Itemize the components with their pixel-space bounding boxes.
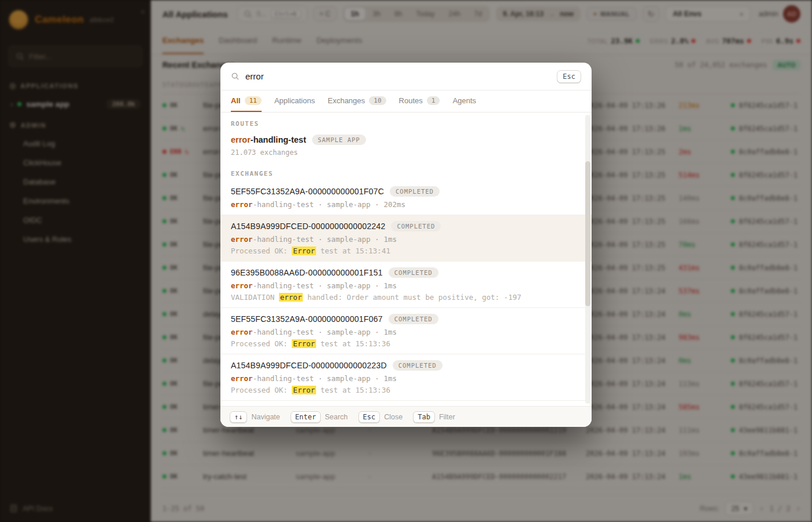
exchange-result-item[interactable]: 5EF55FC31352A9A-000000000001F07C COMPLET…	[220, 180, 592, 215]
exchange-message: Processed OK: Error test at 15:13:36	[231, 339, 581, 348]
app-badge: SAMPLE APP	[312, 135, 366, 145]
exchange-message: VALIDATION error handled: Order amount m…	[231, 293, 581, 302]
highlight-match: Error	[292, 386, 316, 394]
highlight-match: error	[279, 293, 303, 302]
exchange-meta: error-handling-test · sample-app · 1ms	[231, 374, 581, 383]
exchange-message: Processed OK: Error test at 15:13:36	[231, 386, 581, 394]
keyboard-hint: Esc Close	[358, 411, 403, 423]
exchange-id: 96E395B0088AA6D-000000000001F151	[231, 268, 383, 277]
modal-tab[interactable]: Exchanges 10	[328, 90, 386, 112]
modal-footer: ↑↓ Navigate Enter Search Esc Close Tab F…	[220, 406, 592, 427]
key-badge: Enter	[291, 411, 321, 423]
modal-search-row: error Esc	[220, 63, 592, 90]
key-badge: Esc	[358, 411, 380, 423]
route-meta: 21.073 exchanges	[231, 148, 581, 157]
exchanges-section-header: EXCHANGES	[220, 162, 592, 180]
scrollbar-thumb[interactable]	[585, 161, 590, 306]
modal-tab[interactable]: Routes 1	[399, 90, 440, 112]
route-result-item[interactable]: error-handling-test SAMPLE APP 21.073 ex…	[220, 130, 592, 162]
search-modal: error Esc All 11 Applications Exchanges …	[220, 63, 592, 427]
modal-tab[interactable]: Agents	[452, 90, 476, 112]
highlight-match: Error	[292, 246, 316, 255]
status-badge: COMPLETED	[389, 267, 438, 278]
keyboard-hint: Enter Search	[291, 411, 348, 423]
exchange-result-item[interactable]: A154B9A999DFCED-0000000000002242 COMPLET…	[220, 215, 592, 262]
status-badge: COMPLETED	[390, 186, 440, 197]
exchange-result-item[interactable]: 96E395B0088AA6D-000000000001F135 COMPLET…	[220, 401, 592, 406]
modal-filter-tabs: All 11 Applications Exchanges 10 Routes …	[220, 90, 592, 113]
exchange-results-list: 5EF55FC31352A9A-000000000001F07C COMPLET…	[220, 180, 592, 406]
exchange-meta: error-handling-test · sample-app · 1ms	[231, 281, 581, 290]
exchange-id: A154B9A999DFCED-000000000000223D	[231, 361, 387, 370]
exchange-result-item[interactable]: 96E395B0088AA6D-000000000001F151 COMPLET…	[220, 262, 592, 308]
key-badge: ↑↓	[230, 411, 247, 423]
exchange-meta: error-handling-test · sample-app · 202ms	[231, 200, 581, 209]
highlight-match: Error	[292, 339, 316, 348]
tab-count-badge: 1	[427, 96, 440, 105]
search-results: ROUTES error-handling-test SAMPLE APP 21…	[220, 113, 592, 406]
modal-tab[interactable]: All 11	[231, 90, 262, 112]
status-badge: COMPLETED	[391, 221, 441, 231]
exchange-result-item[interactable]: 5EF55FC31352A9A-000000000001F067 COMPLET…	[220, 308, 592, 354]
status-badge: COMPLETED	[389, 314, 438, 324]
key-badge: Tab	[413, 411, 435, 423]
exchange-result-item[interactable]: A154B9A999DFCED-000000000000223D COMPLET…	[220, 354, 592, 401]
exchange-id: 5EF55FC31352A9A-000000000001F07C	[231, 187, 384, 196]
tab-count-badge: 10	[369, 96, 386, 105]
exchange-meta: error-handling-test · sample-app · 1ms	[231, 328, 581, 336]
routes-section-header: ROUTES	[220, 113, 592, 130]
keyboard-hint: ↑↓ Navigate	[230, 411, 280, 423]
exchange-meta: error-handling-test · sample-app · 1ms	[231, 235, 581, 244]
status-badge: COMPLETED	[393, 360, 443, 371]
route-name: error-handling-test	[231, 135, 306, 144]
search-icon	[231, 72, 240, 81]
modal-tab[interactable]: Applications	[274, 90, 315, 112]
tab-count-badge: 11	[245, 96, 262, 105]
exchange-id: A154B9A999DFCED-0000000000002242	[231, 222, 385, 231]
search-input[interactable]: error	[245, 71, 264, 81]
exchange-message: Processed OK: Error test at 15:13:41	[231, 246, 581, 255]
esc-button[interactable]: Esc	[557, 70, 581, 83]
keyboard-hint: Tab Filter	[413, 411, 455, 423]
exchange-id: 5EF55FC31352A9A-000000000001F067	[231, 314, 383, 324]
